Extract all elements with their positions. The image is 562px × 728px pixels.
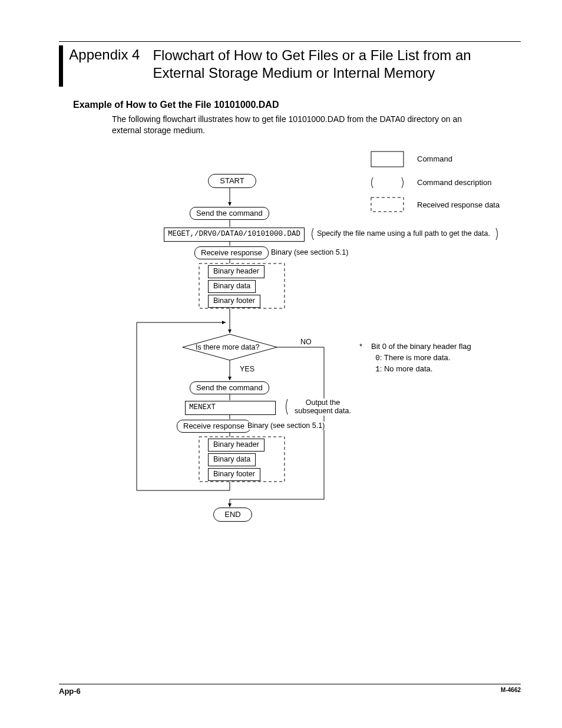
no-label: NO [299,338,313,346]
svg-rect-0 [371,151,404,167]
intro-text: The following flowchart illustrates how … [112,114,477,136]
section-heading: Example of How to Get the File 10101000.… [73,100,521,110]
receive-response-1: Receive response [194,246,269,259]
legend-response: Received response data [417,200,500,209]
legend-description: Command description [417,178,491,187]
svg-rect-1 [371,197,404,212]
doc-id: M-4662 [501,687,521,696]
command-meget-note: Specify the file name using a full path … [316,229,491,238]
command-meget: MEGET,/DRV0/DATA0/10101000.DAD [164,228,305,242]
command-menext: MENEXT [185,401,276,415]
start-node: START [208,174,256,188]
page-footer: App-6 M-4662 [59,684,521,696]
send-command-1: Send the command [190,207,269,220]
binary-footer-2: Binary footer [208,468,260,481]
page-number: App-6 [59,687,81,696]
send-command-2: Send the command [190,381,269,394]
receive-response-1-note: Binary (see section 5.1) [270,248,349,256]
appendix-title: Flowchart of How to Get Files or a File … [153,45,521,82]
yes-label: YES [239,365,256,373]
binary-header-1: Binary header [208,265,265,278]
receive-response-2-note: Binary (see section 5.1) [246,421,326,430]
side-note-star: * [359,341,362,353]
binary-footer-1: Binary footer [208,295,260,308]
receive-response-2: Receive response [177,420,251,433]
binary-data-1: Binary data [208,280,256,293]
legend-command: Command [417,154,452,163]
appendix-label: Appendix 4 [69,45,140,63]
decision-text: Is there more data? [194,343,260,351]
binary-header-2: Binary header [208,439,265,452]
command-menext-note: Output thesubsequent data. [293,398,352,416]
flowchart: Command Command description Received res… [59,146,521,523]
title-bar-icon [59,45,63,87]
side-note: Bit 0 of the binary header flag 0: There… [371,341,471,375]
end-node: END [213,508,252,522]
binary-data-2: Binary data [208,453,256,466]
